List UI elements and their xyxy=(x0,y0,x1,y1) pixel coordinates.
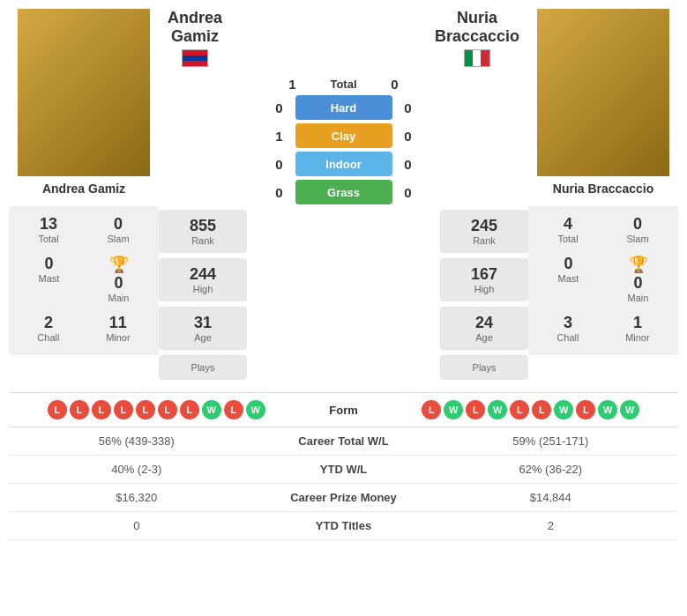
player2-header-name: NuriaBraccaccio xyxy=(435,9,519,46)
career-total-p2: 59% (251-171) xyxy=(432,434,670,448)
clay-p1-score: 1 xyxy=(271,129,288,144)
player1-slam-value: 0 xyxy=(108,215,130,234)
hard-button[interactable]: Hard xyxy=(295,95,392,120)
player1-header: AndreaGamiz xyxy=(168,9,222,70)
indoor-row: 0 Indoor 0 xyxy=(159,152,528,176)
italy-flag xyxy=(464,49,490,67)
player1-header-name: AndreaGamiz xyxy=(168,9,222,46)
player2-mast-value: 0 xyxy=(558,255,579,273)
player1-stats: 13 Total 0 Slam 0 Mast 🏆 0 xyxy=(9,206,159,355)
player1-mast-cell: 0 Mast xyxy=(37,251,62,307)
player1-rank-value: 855 xyxy=(173,217,233,235)
form-badge-l: L xyxy=(510,400,529,419)
clay-p2-score: 0 xyxy=(400,129,417,144)
player2-photo xyxy=(537,9,669,176)
player2-total-cell: 4 Total xyxy=(556,212,579,248)
player1-photo xyxy=(18,9,150,176)
form-badge-l: L xyxy=(70,400,89,419)
ytd-titles-label: YTD Titles xyxy=(256,519,432,532)
form-badge-w: W xyxy=(246,400,265,419)
career-prize-p1: $16,320 xyxy=(18,491,256,504)
player1-minor-value: 11 xyxy=(106,314,131,332)
ytd-wl-p2: 62% (36-22) xyxy=(432,463,670,476)
player1-total-slam: 13 Total 0 Slam xyxy=(14,212,153,248)
player2-slam-label: Slam xyxy=(627,234,649,244)
player2-age-label: Age xyxy=(454,332,514,343)
player2-mast-main: 0 Mast 🏆 0 Main xyxy=(534,251,673,307)
player2-slam-value: 0 xyxy=(627,215,649,234)
form-badge-w: W xyxy=(202,400,221,419)
player2-minor-cell: 1 Minor xyxy=(624,310,652,346)
player1-slam-label: Slam xyxy=(108,234,130,244)
player2-stats: 4 Total 0 Slam 0 Mast 🏆 0 xyxy=(528,206,678,355)
player2-plays-box: Plays xyxy=(440,355,528,380)
player1-mast-main: 0 Mast 🏆 0 Main xyxy=(14,251,153,307)
player1-chall-label: Chall xyxy=(37,332,59,343)
player1-minor-label: Minor xyxy=(106,332,131,343)
career-prize-p2: $14,844 xyxy=(432,491,670,504)
venezuela-flag xyxy=(182,49,208,67)
player1-high-box: 244 High xyxy=(159,258,247,301)
main-container: Andrea Gamiz 13 Total 0 Slam 0 Mast xyxy=(0,0,687,549)
player2-age-box: 24 Age xyxy=(440,307,528,350)
form-badge-l: L xyxy=(92,400,111,419)
grass-p2-score: 0 xyxy=(400,185,417,200)
form-badge-w: W xyxy=(554,400,573,419)
hard-p1-score: 0 xyxy=(271,100,288,115)
player1-age-value: 31 xyxy=(173,314,233,332)
player1-total-value: 13 xyxy=(38,215,58,234)
player1-card: Andrea Gamiz 13 Total 0 Slam 0 Mast xyxy=(9,9,159,383)
total-p2-score: 0 xyxy=(386,77,404,92)
player2-trophy-icon: 🏆 xyxy=(629,255,648,274)
hard-p2-score: 0 xyxy=(400,100,417,115)
form-label: Form xyxy=(304,404,384,417)
surface-rows: 1 Total 0 0 Hard 0 1 Clay 0 0 xyxy=(159,77,528,204)
player2-main-label: Main xyxy=(628,293,649,303)
player2-total-value: 4 xyxy=(557,215,578,234)
player1-slam-cell: 0 Slam xyxy=(106,212,131,248)
career-prize-label: Career Prize Money xyxy=(256,491,432,504)
player2-mast-label: Mast xyxy=(558,273,579,284)
player2-card: Nuria Braccaccio 4 Total 0 Slam 0 Mast xyxy=(528,9,678,383)
age-section: 31 Age 24 Age xyxy=(159,307,528,350)
form-badge-l: L xyxy=(224,400,243,419)
form-badge-l: L xyxy=(48,400,67,419)
player2-form-badges: LWLWLLWLWW xyxy=(387,400,676,419)
player1-flag-container xyxy=(182,49,208,70)
player1-plays-box: Plays xyxy=(159,355,247,380)
player2-age-value: 24 xyxy=(454,314,514,332)
player2-minor-value: 1 xyxy=(625,314,650,332)
form-section: LLLLLLLWLW Form LWLWLLWLWW xyxy=(9,392,678,427)
form-badge-l: L xyxy=(422,400,441,419)
player1-mast-value: 0 xyxy=(39,255,60,273)
player2-rank-value: 245 xyxy=(454,217,514,235)
grass-button[interactable]: Grass xyxy=(295,180,392,204)
player1-trophy-cell: 🏆 0 Main xyxy=(107,251,131,307)
player2-main-value: 0 xyxy=(633,274,642,293)
clay-button[interactable]: Clay xyxy=(295,123,392,148)
player1-high-label: High xyxy=(173,284,233,294)
ytd-titles-p2: 2 xyxy=(432,519,670,532)
player1-rank-label: Rank xyxy=(173,235,233,246)
player1-total-label: Total xyxy=(38,234,58,244)
player2-rank-box: 245 Rank xyxy=(440,210,528,253)
player1-name: Andrea Gamiz xyxy=(42,182,125,196)
player2-trophy-cell: 🏆 0 Main xyxy=(626,251,651,307)
career-total-p1: 56% (439-338) xyxy=(18,434,256,448)
form-badge-w: W xyxy=(488,400,507,419)
player2-total-label: Total xyxy=(557,234,578,244)
total-row: 1 Total 0 xyxy=(159,77,528,92)
player2-high-value: 167 xyxy=(454,265,514,284)
ytd-titles-p1: 0 xyxy=(18,519,256,532)
form-badge-w: W xyxy=(620,400,639,419)
player1-main-value: 0 xyxy=(114,274,123,293)
indoor-p1-score: 0 xyxy=(271,157,288,172)
player1-rank-box: 855 Rank xyxy=(159,210,247,253)
career-total-row: 56% (439-338) Career Total W/L 59% (251-… xyxy=(9,427,678,456)
player-headers: AndreaGamiz NuriaBraccaccio xyxy=(159,9,528,77)
clay-row: 1 Clay 0 xyxy=(159,123,528,148)
player2-plays-label: Plays xyxy=(454,362,514,373)
player1-trophy-icon: 🏆 xyxy=(109,255,129,274)
player1-chall-value: 2 xyxy=(37,314,59,332)
indoor-button[interactable]: Indoor xyxy=(295,152,392,176)
